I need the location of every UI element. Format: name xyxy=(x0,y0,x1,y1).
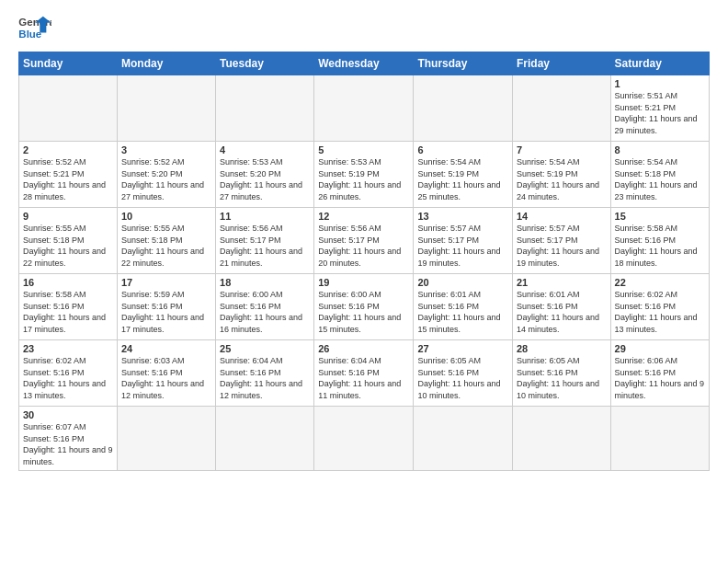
calendar-cell: 19Sunrise: 6:00 AM Sunset: 5:16 PM Dayli… xyxy=(314,274,414,340)
calendar-cell xyxy=(314,75,414,142)
week-row-5: 23Sunrise: 6:02 AM Sunset: 5:16 PM Dayli… xyxy=(19,340,710,407)
day-info: Sunrise: 5:58 AM Sunset: 5:16 PM Dayligh… xyxy=(23,289,113,335)
day-info: Sunrise: 6:05 AM Sunset: 5:16 PM Dayligh… xyxy=(417,355,508,401)
day-number: 24 xyxy=(121,343,211,354)
calendar-cell: 17Sunrise: 5:59 AM Sunset: 5:16 PM Dayli… xyxy=(117,274,215,340)
day-number: 29 xyxy=(615,343,705,354)
day-info: Sunrise: 5:56 AM Sunset: 5:17 PM Dayligh… xyxy=(220,223,310,269)
calendar-cell: 12Sunrise: 5:56 AM Sunset: 5:17 PM Dayli… xyxy=(314,208,414,274)
page: General Blue SundayMondayTuesdayWednesda… xyxy=(0,0,728,480)
calendar-cell: 28Sunrise: 6:05 AM Sunset: 5:16 PM Dayli… xyxy=(512,340,610,407)
day-number: 2 xyxy=(23,144,113,155)
day-number: 23 xyxy=(23,343,113,354)
calendar-cell: 13Sunrise: 5:57 AM Sunset: 5:17 PM Dayli… xyxy=(414,208,513,274)
day-info: Sunrise: 5:51 AM Sunset: 5:21 PM Dayligh… xyxy=(615,90,705,136)
day-number: 10 xyxy=(121,211,211,222)
day-number: 14 xyxy=(517,211,607,222)
day-number: 26 xyxy=(318,343,409,354)
day-number: 6 xyxy=(417,144,508,155)
calendar-cell: 22Sunrise: 6:02 AM Sunset: 5:16 PM Dayli… xyxy=(610,274,709,340)
day-number: 16 xyxy=(23,277,113,288)
day-number: 28 xyxy=(517,343,607,354)
weekday-header-monday: Monday xyxy=(117,52,215,75)
calendar-cell xyxy=(117,407,215,471)
calendar-cell xyxy=(414,407,513,471)
calendar-cell: 21Sunrise: 6:01 AM Sunset: 5:16 PM Dayli… xyxy=(512,274,610,340)
day-info: Sunrise: 6:04 AM Sunset: 5:16 PM Dayligh… xyxy=(220,355,310,401)
svg-text:Blue: Blue xyxy=(18,29,41,40)
calendar-cell: 9Sunrise: 5:55 AM Sunset: 5:18 PM Daylig… xyxy=(19,208,118,274)
day-info: Sunrise: 6:02 AM Sunset: 5:16 PM Dayligh… xyxy=(23,355,113,401)
calendar-cell: 25Sunrise: 6:04 AM Sunset: 5:16 PM Dayli… xyxy=(216,340,314,407)
calendar-cell xyxy=(216,75,314,142)
day-info: Sunrise: 6:00 AM Sunset: 5:16 PM Dayligh… xyxy=(220,289,310,335)
day-number: 3 xyxy=(121,144,211,155)
day-number: 11 xyxy=(220,211,310,222)
calendar-cell xyxy=(117,75,215,142)
header: General Blue xyxy=(18,15,710,42)
day-info: Sunrise: 6:04 AM Sunset: 5:16 PM Dayligh… xyxy=(318,355,409,401)
calendar-cell xyxy=(19,75,118,142)
day-info: Sunrise: 5:57 AM Sunset: 5:17 PM Dayligh… xyxy=(417,223,508,269)
day-number: 20 xyxy=(417,277,508,288)
week-row-3: 9Sunrise: 5:55 AM Sunset: 5:18 PM Daylig… xyxy=(19,208,710,274)
day-number: 1 xyxy=(615,78,705,89)
day-info: Sunrise: 6:01 AM Sunset: 5:16 PM Dayligh… xyxy=(417,289,508,335)
day-number: 27 xyxy=(417,343,508,354)
day-number: 13 xyxy=(417,211,508,222)
day-info: Sunrise: 5:52 AM Sunset: 5:21 PM Dayligh… xyxy=(23,156,113,202)
calendar-cell: 15Sunrise: 5:58 AM Sunset: 5:16 PM Dayli… xyxy=(610,208,709,274)
calendar-cell: 26Sunrise: 6:04 AM Sunset: 5:16 PM Dayli… xyxy=(314,340,414,407)
calendar-cell xyxy=(610,407,709,471)
day-number: 18 xyxy=(220,277,310,288)
day-info: Sunrise: 6:00 AM Sunset: 5:16 PM Dayligh… xyxy=(318,289,409,335)
calendar-cell xyxy=(512,407,610,471)
day-info: Sunrise: 6:06 AM Sunset: 5:16 PM Dayligh… xyxy=(615,355,705,401)
day-info: Sunrise: 5:58 AM Sunset: 5:16 PM Dayligh… xyxy=(615,223,705,269)
day-info: Sunrise: 5:54 AM Sunset: 5:18 PM Dayligh… xyxy=(615,156,705,202)
day-info: Sunrise: 6:01 AM Sunset: 5:16 PM Dayligh… xyxy=(517,289,607,335)
calendar-cell: 7Sunrise: 5:54 AM Sunset: 5:19 PM Daylig… xyxy=(512,142,610,208)
weekday-header-tuesday: Tuesday xyxy=(216,52,314,75)
day-info: Sunrise: 5:53 AM Sunset: 5:20 PM Dayligh… xyxy=(220,156,310,202)
day-info: Sunrise: 5:55 AM Sunset: 5:18 PM Dayligh… xyxy=(121,223,211,269)
day-number: 7 xyxy=(517,144,607,155)
calendar-cell xyxy=(216,407,314,471)
day-number: 4 xyxy=(220,144,310,155)
calendar-cell: 16Sunrise: 5:58 AM Sunset: 5:16 PM Dayli… xyxy=(19,274,118,340)
calendar-cell: 4Sunrise: 5:53 AM Sunset: 5:20 PM Daylig… xyxy=(216,142,314,208)
day-number: 22 xyxy=(615,277,705,288)
day-info: Sunrise: 5:57 AM Sunset: 5:17 PM Dayligh… xyxy=(517,223,607,269)
calendar-cell: 27Sunrise: 6:05 AM Sunset: 5:16 PM Dayli… xyxy=(414,340,513,407)
day-number: 9 xyxy=(23,211,113,222)
day-info: Sunrise: 5:52 AM Sunset: 5:20 PM Dayligh… xyxy=(121,156,211,202)
day-number: 8 xyxy=(615,144,705,155)
day-info: Sunrise: 6:05 AM Sunset: 5:16 PM Dayligh… xyxy=(517,355,607,401)
day-info: Sunrise: 5:55 AM Sunset: 5:18 PM Dayligh… xyxy=(23,223,113,269)
calendar-cell: 11Sunrise: 5:56 AM Sunset: 5:17 PM Dayli… xyxy=(216,208,314,274)
week-row-4: 16Sunrise: 5:58 AM Sunset: 5:16 PM Dayli… xyxy=(19,274,710,340)
calendar-cell: 2Sunrise: 5:52 AM Sunset: 5:21 PM Daylig… xyxy=(19,142,118,208)
calendar-cell: 5Sunrise: 5:53 AM Sunset: 5:19 PM Daylig… xyxy=(314,142,414,208)
day-info: Sunrise: 5:54 AM Sunset: 5:19 PM Dayligh… xyxy=(417,156,508,202)
calendar-cell: 20Sunrise: 6:01 AM Sunset: 5:16 PM Dayli… xyxy=(414,274,513,340)
day-info: Sunrise: 6:07 AM Sunset: 5:16 PM Dayligh… xyxy=(23,421,113,467)
logo: General Blue xyxy=(18,15,51,42)
calendar-cell: 10Sunrise: 5:55 AM Sunset: 5:18 PM Dayli… xyxy=(117,208,215,274)
day-number: 30 xyxy=(23,409,113,420)
weekday-header-friday: Friday xyxy=(512,52,610,75)
day-number: 5 xyxy=(318,144,409,155)
week-row-2: 2Sunrise: 5:52 AM Sunset: 5:21 PM Daylig… xyxy=(19,142,710,208)
calendar-cell: 18Sunrise: 6:00 AM Sunset: 5:16 PM Dayli… xyxy=(216,274,314,340)
week-row-6: 30Sunrise: 6:07 AM Sunset: 5:16 PM Dayli… xyxy=(19,407,710,471)
day-number: 12 xyxy=(318,211,409,222)
day-number: 17 xyxy=(121,277,211,288)
day-info: Sunrise: 5:59 AM Sunset: 5:16 PM Dayligh… xyxy=(121,289,211,335)
day-info: Sunrise: 6:02 AM Sunset: 5:16 PM Dayligh… xyxy=(615,289,705,335)
logo-icon: General Blue xyxy=(18,15,51,42)
weekday-header-saturday: Saturday xyxy=(610,52,709,75)
week-row-1: 1Sunrise: 5:51 AM Sunset: 5:21 PM Daylig… xyxy=(19,75,710,142)
day-number: 25 xyxy=(220,343,310,354)
day-number: 15 xyxy=(615,211,705,222)
day-info: Sunrise: 5:53 AM Sunset: 5:19 PM Dayligh… xyxy=(318,156,409,202)
